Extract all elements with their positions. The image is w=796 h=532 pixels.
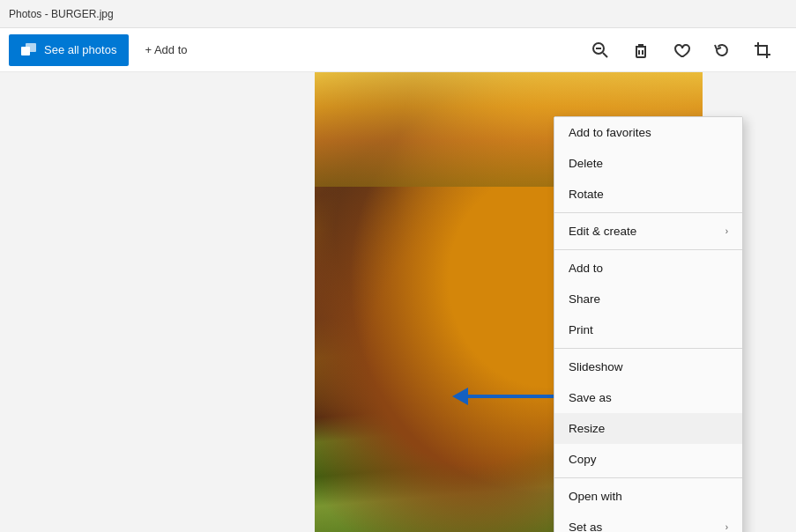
context-menu: Add to favorites Delete Rotate Edit & cr… — [554, 116, 743, 532]
menu-item-save-as[interactable]: Save as — [554, 382, 742, 413]
see-all-photos-label: See all photos — [44, 43, 116, 56]
menu-item-print-label: Print — [569, 323, 593, 336]
toolbar: See all photos + Add to — [0, 28, 796, 72]
zoom-out-icon — [591, 41, 609, 59]
delete-icon — [632, 41, 650, 59]
menu-item-open-with[interactable]: Open with — [554, 481, 742, 512]
menu-item-resize-label: Resize — [569, 422, 605, 435]
menu-item-add-to-favorites[interactable]: Add to favorites — [554, 117, 742, 148]
svg-rect-5 — [636, 47, 645, 57]
menu-item-delete-label: Delete — [569, 157, 603, 170]
menu-item-share-label: Share — [569, 292, 600, 306]
menu-item-copy-label: Copy — [569, 453, 597, 466]
crop-icon — [754, 41, 771, 59]
menu-item-slideshow[interactable]: Slideshow — [554, 351, 742, 382]
heart-icon — [673, 41, 690, 59]
menu-item-add-to-favorites-label: Add to favorites — [569, 126, 651, 139]
rotate-button[interactable] — [706, 34, 738, 66]
main-content: Add to favorites Delete Rotate Edit & cr… — [0, 72, 796, 532]
add-to-label: + Add to — [145, 43, 187, 56]
toolbar-icons — [584, 34, 787, 66]
see-all-photos-button[interactable]: See all photos — [9, 34, 129, 66]
menu-item-set-as[interactable]: Set as › — [554, 512, 742, 532]
separator-1 — [554, 212, 742, 213]
menu-item-delete[interactable]: Delete — [554, 148, 742, 179]
arrow-head — [452, 388, 468, 405]
crop-button[interactable] — [747, 34, 778, 66]
menu-item-slideshow-label: Slideshow — [569, 360, 623, 373]
svg-line-3 — [603, 53, 607, 57]
menu-item-rotate[interactable]: Rotate — [554, 179, 742, 210]
delete-button[interactable] — [625, 34, 657, 66]
arrow-line — [468, 395, 556, 398]
menu-item-save-as-label: Save as — [569, 391, 612, 404]
menu-item-rotate-label: Rotate — [569, 188, 604, 201]
chevron-right-icon-2: › — [725, 522, 728, 532]
add-to-button[interactable]: + Add to — [136, 38, 196, 62]
favorite-button[interactable] — [666, 34, 697, 66]
photos-icon — [21, 43, 37, 57]
menu-item-resize[interactable]: Resize — [554, 413, 742, 444]
menu-item-edit-create-label: Edit & create — [569, 225, 636, 238]
menu-item-print[interactable]: Print — [554, 314, 742, 345]
title-bar-text: Photos - BURGER.jpg — [9, 8, 114, 20]
menu-item-add-to-label: Add to — [569, 262, 603, 275]
resize-arrow-indicator — [452, 386, 558, 407]
menu-item-set-as-label: Set as — [569, 521, 602, 532]
separator-4 — [554, 477, 742, 478]
zoom-out-button[interactable] — [584, 34, 616, 66]
menu-item-open-with-label: Open with — [569, 490, 622, 503]
rotate-icon — [713, 41, 731, 59]
menu-item-share[interactable]: Share — [554, 284, 742, 314]
title-bar: Photos - BURGER.jpg — [0, 0, 796, 28]
chevron-right-icon: › — [725, 226, 728, 236]
separator-3 — [554, 348, 742, 349]
svg-rect-8 — [758, 46, 767, 55]
menu-item-edit-create[interactable]: Edit & create › — [554, 216, 742, 247]
menu-item-copy[interactable]: Copy — [554, 444, 742, 475]
svg-rect-1 — [26, 43, 36, 52]
menu-item-add-to[interactable]: Add to — [554, 253, 742, 284]
separator-2 — [554, 249, 742, 250]
